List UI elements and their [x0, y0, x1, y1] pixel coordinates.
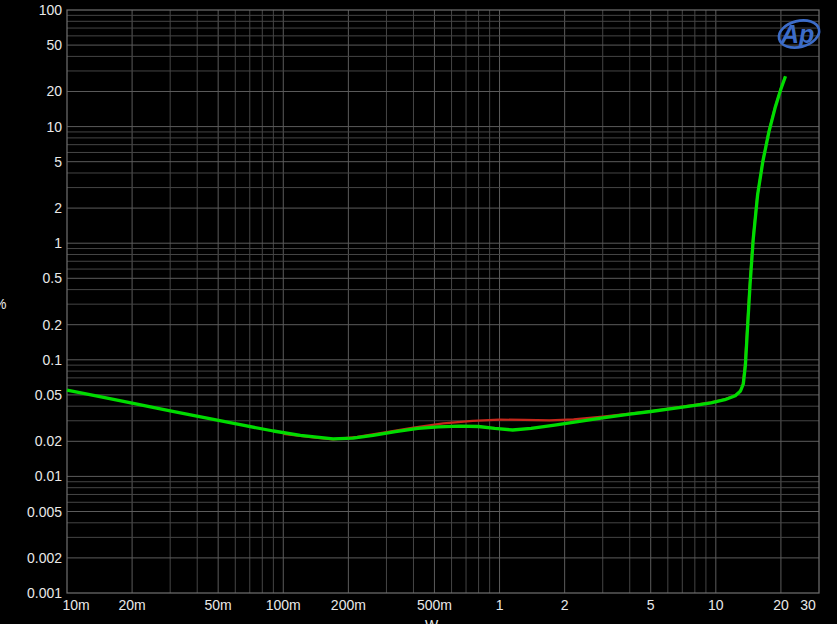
y-tick-label: 2: [54, 200, 62, 216]
x-tick-label: 20: [773, 597, 789, 613]
y-tick-label: 100: [39, 2, 63, 18]
y-tick-label: 0.002: [27, 550, 62, 566]
y-tick-label: 0.05: [35, 387, 62, 403]
traces: [67, 76, 786, 439]
logo-text: Ap: [780, 20, 814, 48]
x-tick-label: 10: [708, 597, 724, 613]
y-tick-label: 20: [46, 83, 62, 99]
x-tick-label: 100m: [266, 597, 301, 613]
y-tick-label: 0.1: [43, 352, 63, 368]
grid-lines: [67, 10, 819, 593]
y-tick-label: 1: [54, 235, 62, 251]
y-tick-label: 0.005: [27, 504, 62, 520]
thd-vs-power-chart: { "meta": { "background": "#000000", "gr…: [0, 0, 837, 624]
x-tick-label: 500m: [417, 597, 452, 613]
y-axis-title: %: [0, 296, 6, 312]
y-tick-label: 0.02: [35, 433, 62, 449]
x-tick-label: 5: [647, 597, 655, 613]
x-tick-label: 2: [561, 597, 569, 613]
x-tick-label: 50m: [205, 597, 232, 613]
x-tick-label: 1: [496, 597, 504, 613]
y-tick-label: 0.5: [43, 270, 63, 286]
y-tick-label: 0.2: [43, 317, 63, 333]
y-tick-label: 0.01: [35, 468, 62, 484]
y-tick-label: 10: [46, 119, 62, 135]
x-tick-label: 20m: [118, 597, 145, 613]
tick-labels: 1005020105210.50.20.10.050.020.010.0050.…: [27, 2, 816, 613]
y-tick-label: 0.001: [27, 585, 62, 601]
x-tick-label: 200m: [331, 597, 366, 613]
green-trace-path: [67, 76, 786, 439]
x-tick-label: 30: [800, 597, 816, 613]
y-tick-label: 50: [46, 37, 62, 53]
y-tick-label: 5: [54, 154, 62, 170]
chart-canvas: 1005020105210.50.20.10.050.020.010.0050.…: [0, 0, 837, 624]
x-tick-label: 10m: [62, 597, 89, 613]
x-axis-title: W: [425, 617, 438, 624]
